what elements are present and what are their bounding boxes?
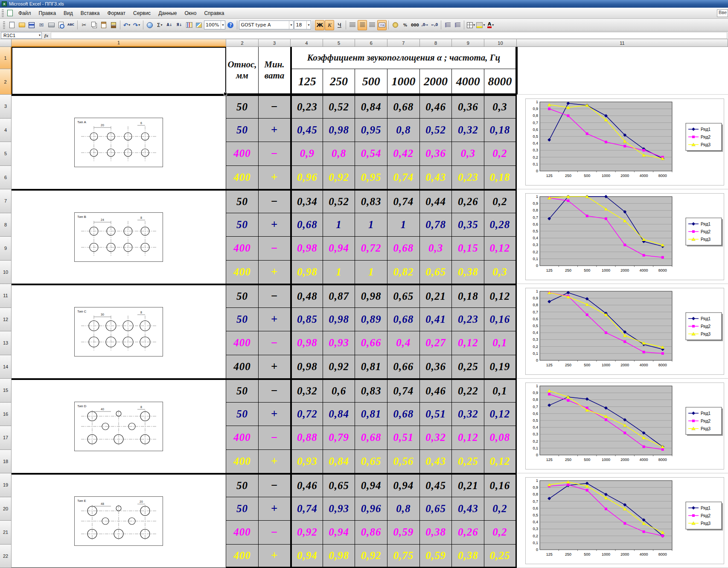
value-cell[interactable]: 0,3 <box>484 95 517 119</box>
value-cell[interactable]: 0,36 <box>420 355 452 379</box>
wool-cell[interactable]: + <box>259 261 291 284</box>
thickness-cell[interactable]: 50 <box>226 119 259 142</box>
value-cell[interactable]: 0,46 <box>291 473 323 497</box>
wool-cell[interactable]: + <box>259 450 291 474</box>
thickness-cell[interactable]: 50 <box>226 473 259 497</box>
pattern-cell-3[interactable]: Тип C308 <box>12 284 226 379</box>
perforation-diagram[interactable]: Тип A206 <box>74 118 163 167</box>
thickness-cell[interactable]: 400 <box>226 450 259 474</box>
value-cell[interactable]: 0,16 <box>484 308 517 332</box>
value-cell[interactable]: 0,16 <box>484 473 517 497</box>
align-left-button[interactable] <box>348 20 357 30</box>
value-cell[interactable]: 0,59 <box>420 545 452 568</box>
value-cell[interactable]: 0,59 <box>387 521 420 545</box>
value-cell[interactable]: 0,8 <box>387 119 420 142</box>
sort-ascending-button[interactable]: А↓ <box>165 20 174 30</box>
value-cell[interactable]: 0,1 <box>484 331 517 355</box>
formula-input[interactable] <box>51 32 727 39</box>
autosum-button[interactable]: Σ▾ <box>155 20 164 30</box>
value-cell[interactable]: 0,34 <box>291 189 323 213</box>
value-cell[interactable]: 0,2 <box>484 497 517 521</box>
wool-cell[interactable]: + <box>259 545 291 568</box>
value-cell[interactable]: 0,45 <box>291 119 323 142</box>
value-cell[interactable]: 0,2 <box>484 142 517 166</box>
percent-button[interactable]: % <box>400 20 410 30</box>
row-header-17[interactable]: 17 <box>0 426 12 450</box>
thickness-cell[interactable]: 400 <box>226 521 259 545</box>
row-header-1[interactable]: 1 <box>0 47 12 69</box>
header-title[interactable]: Коэффициент звукопоглощения α ; частота,… <box>291 47 517 69</box>
align-right-button[interactable] <box>367 20 377 30</box>
open-button[interactable] <box>17 20 26 30</box>
wool-cell[interactable]: − <box>259 426 291 450</box>
menu-6[interactable]: Сервис <box>129 9 154 18</box>
row-header-9[interactable]: 9 <box>0 237 12 261</box>
column-header-10[interactable]: 10 <box>484 39 517 47</box>
value-cell[interactable]: 0,88 <box>291 426 323 450</box>
value-cell[interactable]: 0,94 <box>323 521 355 545</box>
value-cell[interactable]: 0,84 <box>323 403 355 426</box>
row-header-12[interactable]: 12 <box>0 308 12 332</box>
row-header-19[interactable]: 19 <box>0 473 12 497</box>
header-frequency-500[interactable]: 500 <box>355 69 387 95</box>
absorption-chart-5[interactable]: 00,10,20,30,40,50,60,70,80,9112525050010… <box>525 477 724 564</box>
absorption-chart-3[interactable]: 00,10,20,30,40,50,60,70,80,9112525050010… <box>525 288 724 375</box>
value-cell[interactable]: 0,98 <box>323 545 355 568</box>
value-cell[interactable]: 0,08 <box>484 426 517 450</box>
value-cell[interactable]: 0,81 <box>355 403 387 426</box>
value-cell[interactable]: 0,36 <box>420 142 452 166</box>
value-cell[interactable]: 0,26 <box>452 521 484 545</box>
value-cell[interactable]: 1 <box>387 213 420 237</box>
thickness-cell[interactable]: 400 <box>226 355 259 379</box>
value-cell[interactable]: 0,43 <box>420 450 452 474</box>
row-header-21[interactable]: 21 <box>0 521 12 545</box>
pattern-cell-4[interactable]: Тип D408 <box>12 379 226 473</box>
value-cell[interactable]: 0,8 <box>323 142 355 166</box>
value-cell[interactable]: 0,21 <box>420 284 452 308</box>
increase-indent-button[interactable] <box>453 20 462 30</box>
header-frequency-250[interactable]: 250 <box>323 69 355 95</box>
paste-button[interactable] <box>99 20 108 30</box>
row-header-10[interactable]: 10 <box>0 261 12 284</box>
value-cell[interactable]: 0,32 <box>452 403 484 426</box>
value-cell[interactable]: 0,52 <box>323 189 355 213</box>
value-cell[interactable]: 0,12 <box>452 426 484 450</box>
value-cell[interactable]: 0,68 <box>291 213 323 237</box>
name-box[interactable]: R1C1 ▾ <box>1 32 42 39</box>
value-cell[interactable]: 0,85 <box>291 308 323 332</box>
value-cell[interactable]: 0,38 <box>452 261 484 284</box>
value-cell[interactable]: 0,98 <box>291 355 323 379</box>
menu-grip[interactable] <box>2 9 4 17</box>
menu-3[interactable]: Вид <box>60 9 77 18</box>
pattern-cell-2[interactable]: Тип B248 <box>12 189 226 284</box>
value-cell[interactable]: 0,48 <box>291 284 323 308</box>
wool-cell[interactable]: − <box>259 95 291 119</box>
header-frequency-2000[interactable]: 2000 <box>420 69 452 95</box>
thickness-cell[interactable]: 50 <box>226 379 259 403</box>
row-header-15[interactable]: 15 <box>0 379 12 403</box>
row-header-5[interactable]: 5 <box>0 142 12 166</box>
wool-cell[interactable]: + <box>259 213 291 237</box>
font-name-select[interactable]: GOST type A▾ <box>239 20 294 29</box>
value-cell[interactable]: 0,72 <box>355 237 387 261</box>
decrease-indent-button[interactable] <box>443 20 452 30</box>
column-header-7[interactable]: 7 <box>387 39 420 47</box>
value-cell[interactable]: 1 <box>323 213 355 237</box>
value-cell[interactable]: 0,28 <box>484 213 517 237</box>
print-button[interactable] <box>47 20 56 30</box>
value-cell[interactable]: 0,3 <box>452 142 484 166</box>
active-cell[interactable] <box>12 47 226 95</box>
value-cell[interactable]: 0,56 <box>387 450 420 474</box>
thickness-cell[interactable]: 400 <box>226 261 259 284</box>
select-all-corner[interactable] <box>0 39 12 47</box>
wool-cell[interactable]: + <box>259 119 291 142</box>
value-cell[interactable]: 0,74 <box>387 379 420 403</box>
wool-cell[interactable]: + <box>259 403 291 426</box>
hyperlink-button[interactable] <box>145 20 154 30</box>
value-cell[interactable]: 0,15 <box>452 237 484 261</box>
value-cell[interactable]: 0,93 <box>323 497 355 521</box>
wool-cell[interactable]: − <box>259 237 291 261</box>
perforation-diagram[interactable]: Тип C308 <box>74 307 163 356</box>
header-wool[interactable]: Мин. вата <box>259 47 291 95</box>
value-cell[interactable]: 0,74 <box>387 166 420 190</box>
